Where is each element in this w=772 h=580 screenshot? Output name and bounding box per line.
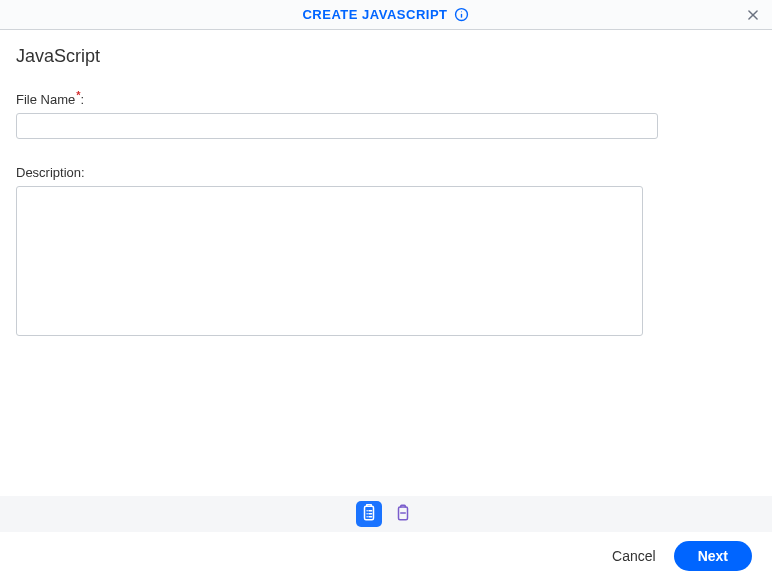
svg-point-10: [366, 516, 368, 518]
clipboard-icon: [394, 504, 412, 525]
file-name-field-group: File Name*:: [16, 89, 756, 139]
description-input[interactable]: [16, 186, 643, 336]
file-name-input[interactable]: [16, 113, 658, 139]
file-name-label: File Name*:: [16, 89, 84, 107]
info-icon[interactable]: [454, 7, 470, 23]
clipboard-button[interactable]: [390, 501, 416, 527]
close-icon[interactable]: [744, 6, 762, 24]
next-button[interactable]: Next: [674, 541, 752, 571]
form-view-button[interactable]: [356, 501, 382, 527]
form-view-icon: [360, 504, 378, 525]
dialog-header: CREATE JAVASCRIPT: [0, 0, 772, 30]
create-javascript-dialog: CREATE JAVASCRIPT JavaScript File Name*:: [0, 0, 772, 580]
dialog-footer: Cancel Next: [0, 532, 772, 580]
dialog-content: JavaScript File Name*: Description:: [0, 30, 772, 496]
description-label-text: Description: [16, 165, 81, 180]
svg-point-6: [366, 510, 368, 512]
dialog-title: CREATE JAVASCRIPT: [302, 7, 447, 22]
svg-point-8: [366, 513, 368, 515]
page-title: JavaScript: [16, 46, 756, 67]
svg-point-2: [461, 11, 462, 12]
bottom-toolbar: [0, 496, 772, 532]
label-colon: :: [81, 165, 85, 180]
file-name-label-text: File Name: [16, 92, 75, 107]
description-label: Description:: [16, 165, 85, 180]
description-field-group: Description:: [16, 163, 756, 340]
label-colon: :: [81, 92, 85, 107]
cancel-button[interactable]: Cancel: [612, 548, 656, 564]
